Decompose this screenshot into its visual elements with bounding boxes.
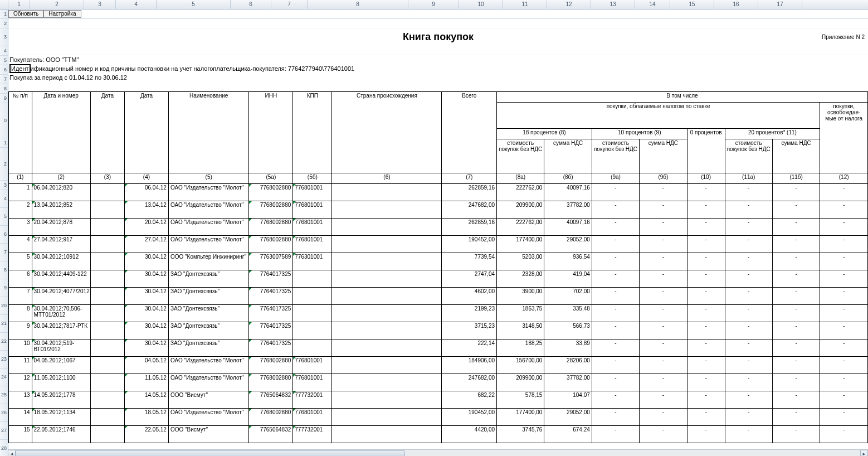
col-header-7[interactable]: 7	[271, 0, 308, 9]
table-row[interactable]: 730.04.2012;4077/201230.04.12ЗАО "Донтех…	[9, 288, 868, 305]
row-header-26[interactable]: 26	[0, 404, 8, 422]
row-header-9[interactable]: 9	[0, 279, 8, 297]
cell-c11b[interactable]: -	[772, 201, 820, 219]
cell-kpp[interactable]: 777732001	[293, 426, 332, 443]
cell-c8b[interactable]: 28206,00	[544, 357, 592, 374]
cell-d4[interactable]: 13.04.12	[125, 201, 169, 219]
cell-dn[interactable]: 13.04.2012;852	[32, 201, 90, 219]
cell-n[interactable]: 11	[9, 357, 32, 374]
cell-inn[interactable]: 7765064832	[249, 426, 293, 443]
cell-dn[interactable]: 30.04.2012;4077/2012	[32, 288, 90, 305]
table-row[interactable]: 1418.05.2012;113418.05.12ОАО "Издательст…	[9, 409, 868, 426]
cell-c10[interactable]: -	[687, 288, 725, 305]
scroll-right-button[interactable]: ►	[860, 450, 868, 456]
cell-c9a[interactable]: -	[592, 270, 639, 288]
cell-c8b[interactable]: 29052,00	[544, 409, 592, 426]
cell-tot[interactable]: 682,22	[442, 391, 497, 409]
cell-c9b[interactable]: -	[640, 184, 687, 201]
cell-d4[interactable]: 20.04.12	[125, 219, 169, 236]
cell-d3[interactable]	[90, 270, 124, 288]
cell-dn[interactable]: 22.05.2012;1746	[32, 426, 90, 443]
cell-inn[interactable]: 7765064832	[249, 391, 293, 409]
cell-kpp[interactable]	[293, 305, 332, 322]
cell-c9a[interactable]: -	[592, 322, 639, 339]
table-row[interactable]: 427.04.2012;91727.04.12ОАО "Издательство…	[9, 236, 868, 253]
cell-c8b[interactable]: 566,73	[544, 322, 592, 339]
cell-orig[interactable]	[332, 339, 442, 357]
cell-kpp[interactable]: 776801001	[293, 219, 332, 236]
cell-orig[interactable]	[332, 357, 442, 374]
cell-c10[interactable]: -	[687, 409, 725, 426]
row-header-8[interactable]: 8	[0, 84, 8, 94]
cell-c11b[interactable]: -	[772, 357, 820, 374]
cell-c12[interactable]: -	[820, 201, 868, 219]
cell-inn[interactable]: 7768002880	[249, 219, 293, 236]
cell-c11a[interactable]: -	[725, 374, 772, 391]
cell-c9a[interactable]: -	[592, 426, 639, 443]
cell-c9a[interactable]: -	[592, 288, 639, 305]
cell-c9a[interactable]: -	[592, 391, 639, 409]
cell-n[interactable]: 10	[9, 339, 32, 357]
cell-d3[interactable]	[90, 391, 124, 409]
cell-c8a[interactable]: 177400,00	[497, 409, 544, 426]
cell-c11b[interactable]: -	[772, 391, 820, 409]
cell-c10[interactable]: -	[687, 322, 725, 339]
cell-name[interactable]: ООО "Висмут"	[168, 391, 249, 409]
row-header-27[interactable]: 27	[0, 422, 8, 440]
cell-orig[interactable]	[332, 270, 442, 288]
cell-name[interactable]: ЗАО "Донтехсвязь"	[168, 305, 249, 322]
cell-c8a[interactable]: 2328,00	[497, 270, 544, 288]
cell-d4[interactable]: 30.04.12	[125, 270, 169, 288]
cell-c12[interactable]: -	[820, 253, 868, 270]
cell-n[interactable]: 5	[9, 253, 32, 270]
cell-d4[interactable]: 30.04.12	[125, 253, 169, 270]
row-header-5[interactable]: 5	[0, 208, 8, 226]
cell-c11b[interactable]: -	[772, 219, 820, 236]
cell-tot[interactable]: 4602,00	[442, 288, 497, 305]
col-header-13[interactable]: 13	[591, 0, 635, 9]
cell-d4[interactable]: 30.04.12	[125, 288, 169, 305]
cell-c11b[interactable]: -	[772, 184, 820, 201]
cell-d3[interactable]	[90, 357, 124, 374]
cell-kpp[interactable]: 776801001	[293, 236, 332, 253]
cell-orig[interactable]	[332, 322, 442, 339]
cell-c8b[interactable]: 104,07	[544, 391, 592, 409]
cell-dn[interactable]: 30.04.2012;519-ВТ01/2012	[32, 339, 90, 357]
cell-n[interactable]: 12	[9, 374, 32, 391]
col-header-14[interactable]: 14	[635, 0, 670, 9]
cell-inn[interactable]: 7768002880	[249, 357, 293, 374]
cell-kpp[interactable]	[293, 339, 332, 357]
cell-d3[interactable]	[90, 322, 124, 339]
cell-tot[interactable]: 3715,23	[442, 322, 497, 339]
col-header-4[interactable]: 4	[116, 0, 157, 9]
cell-tot[interactable]: 190452,00	[442, 236, 497, 253]
cell-c9b[interactable]: -	[640, 409, 687, 426]
cell-name[interactable]: ОАО "Издательство "Молот"	[168, 219, 249, 236]
cell-inn[interactable]: 7764017325	[249, 288, 293, 305]
cell-d4[interactable]: 18.05.12	[125, 409, 169, 426]
table-row[interactable]: 106.04.2012;82006.04.12ОАО "Издательство…	[9, 184, 868, 201]
cell-c9a[interactable]: -	[592, 219, 639, 236]
cell-kpp[interactable]	[293, 288, 332, 305]
row-header-20[interactable]: 20	[0, 297, 8, 315]
row-header-1[interactable]: 1	[0, 9, 8, 19]
cell-tot[interactable]: 190452,00	[442, 409, 497, 426]
cell-c10[interactable]: -	[687, 339, 725, 357]
row-header-4[interactable]: 4	[0, 46, 8, 56]
cell-name[interactable]: ООО "Компьтер Инжиниринг"	[168, 253, 249, 270]
cell-c8a[interactable]: 5203,00	[497, 253, 544, 270]
cell-kpp[interactable]	[293, 270, 332, 288]
cell-c8a[interactable]: 222762,00	[497, 219, 544, 236]
cell-c9a[interactable]: -	[592, 339, 639, 357]
row-header-2[interactable]: 2	[0, 19, 8, 28]
row-header-7[interactable]: 7	[0, 75, 8, 84]
cell-c12[interactable]: -	[820, 305, 868, 322]
cell-c12[interactable]: -	[820, 236, 868, 253]
cell-name[interactable]: ООО "Висмут"	[168, 426, 249, 443]
cell-tot[interactable]: 247682,00	[442, 201, 497, 219]
cell-c10[interactable]: -	[687, 374, 725, 391]
cell-d4[interactable]: 22.05.12	[125, 426, 169, 443]
cell-c12[interactable]: -	[820, 219, 868, 236]
table-row[interactable]: 213.04.2012;85213.04.12ОАО "Издательство…	[9, 201, 868, 219]
cell-c9b[interactable]: -	[640, 426, 687, 443]
